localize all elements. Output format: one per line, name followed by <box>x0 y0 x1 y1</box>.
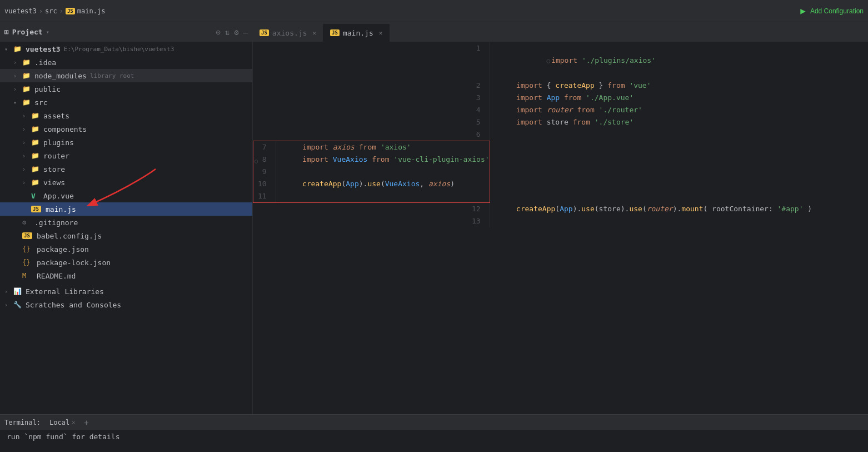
md-icon-readme: M <box>22 272 32 280</box>
scratches-icon: 🔧 <box>13 301 23 309</box>
chevron-public: › <box>13 86 22 92</box>
line-num-2: 2 <box>253 80 490 92</box>
tree-item-external-libs[interactable]: › 📊 External Libraries <box>0 285 252 298</box>
tree-item-mainjs[interactable]: JS main.js <box>0 202 252 216</box>
folder-icon-public: 📁 <box>22 85 32 93</box>
tree-item-appvue[interactable]: V App.vue <box>0 189 252 202</box>
code-line-10: 10 createApp(App).use(VueAxios, axios) <box>253 178 490 190</box>
terminal-tab-local[interactable]: Local ✕ <box>45 418 79 428</box>
tree-item-public[interactable]: › 📁 public <box>0 82 252 96</box>
tree-item-node-modules[interactable]: › 📁 node_modules library root <box>0 69 252 82</box>
tree-item-scratches[interactable]: › 🔧 Scratches and Consoles <box>0 298 252 311</box>
code-line-11: 11 <box>253 190 490 202</box>
run-icon: ▶ <box>800 6 806 16</box>
chevron-down-icon[interactable]: ▾ <box>46 29 49 35</box>
line-num-1: 1 <box>253 42 490 80</box>
code-line-3: 3 import App from './App.vue' <box>253 92 868 104</box>
tab-bar: JS axios.js ✕ JS main.js ✕ <box>253 22 868 42</box>
line-content-12: createApp(App).use(store).use(router).mo… <box>490 203 868 215</box>
label-src: src <box>34 98 47 107</box>
line-content-9 <box>276 166 490 178</box>
label-external-libs: External Libraries <box>26 287 104 296</box>
code-line-1: 1 ○import './plugins/axios' <box>253 42 868 80</box>
label-views: views <box>43 178 65 187</box>
sidebar-title-label: Project <box>12 28 43 36</box>
chevron-readme <box>13 273 22 279</box>
label-scratches: Scratches and Consoles <box>26 301 121 309</box>
chevron-gitignore <box>13 220 22 226</box>
terminal-add-button[interactable]: + <box>84 418 88 427</box>
terminal: Terminal: Local ✕ + run `npm fund` for d… <box>0 414 868 452</box>
breadcrumb-mainjs[interactable]: JS main.js <box>66 7 105 15</box>
label-components: components <box>43 125 87 133</box>
tab-label-main: main.js <box>343 29 373 37</box>
line-num-9: 9 <box>253 166 276 178</box>
terminal-body[interactable]: run `npm fund` for details <box>0 430 868 452</box>
terminal-local-label: Local <box>49 419 69 426</box>
minimize-icon[interactable]: — <box>243 28 248 37</box>
chevron-packagejson <box>13 246 22 252</box>
label-mainjs: main.js <box>46 205 76 213</box>
tab-close-main[interactable]: ✕ <box>379 29 383 37</box>
tree-item-store[interactable]: › 📁 store <box>0 162 252 176</box>
js-icon-mainjs: JS <box>31 206 41 212</box>
tree-item-packagelock[interactable]: {} package-lock.json <box>0 256 252 269</box>
editor-area: JS axios.js ✕ JS main.js ✕ 1 ○import './… <box>253 22 868 414</box>
label-vuetest3: vuetest3 <box>26 45 61 53</box>
expand-icon[interactable]: ⇅ <box>225 28 230 37</box>
chevron-router: › <box>22 153 31 159</box>
line-num-5: 5 <box>253 116 490 128</box>
tree-item-babelconfig[interactable]: JS babel.config.js <box>0 229 252 242</box>
chevron-nodemodules: › <box>13 73 22 79</box>
tree-item-packagejson[interactable]: {} package.json <box>0 242 252 256</box>
vue-icon-appvue: V <box>31 192 41 200</box>
locate-icon[interactable]: ⊙ <box>216 28 220 37</box>
tree-item-router[interactable]: › 📁 router <box>0 149 252 162</box>
main-layout: ⊞ Project ▾ ⊙ ⇅ ⚙ — ▾ 📁 vuetest3 E:\Prog… <box>0 22 868 414</box>
code-line-13: 13 <box>253 215 868 227</box>
tab-main-js[interactable]: JS main.js ✕ <box>323 24 390 42</box>
code-line-4: 4 import router from './router' <box>253 104 868 116</box>
tab-close-axios[interactable]: ✕ <box>312 29 316 37</box>
label-router: router <box>43 152 69 160</box>
chevron-views: › <box>22 180 31 186</box>
tab-axios-js[interactable]: JS axios.js ✕ <box>253 24 323 42</box>
breadcrumb: vuetest3 › src › JS main.js <box>4 7 105 15</box>
code-editor[interactable]: 1 ○import './plugins/axios' 2 import { c… <box>253 42 868 414</box>
breadcrumb-vuetest3[interactable]: vuetest3 <box>4 7 37 15</box>
add-configuration-button[interactable]: Add Configuration <box>810 7 864 15</box>
label-babelconfig: babel.config.js <box>37 232 102 240</box>
breadcrumb-src[interactable]: src <box>45 7 57 15</box>
chevron-scratches: › <box>4 302 13 308</box>
tree-item-assets[interactable]: › 📁 assets <box>0 109 252 122</box>
folder-icon-nodemodules: 📁 <box>22 72 32 80</box>
folder-icon-vuetest3: 📁 <box>13 45 23 53</box>
tree-item-vuetest3[interactable]: ▾ 📁 vuetest3 E:\Program_Data\bishe\vuete… <box>0 42 252 56</box>
chevron-mainjs <box>22 206 31 212</box>
terminal-label: Terminal: <box>4 419 41 426</box>
tree-item-src[interactable]: ▾ 📁 src <box>0 96 252 109</box>
chevron-assets: › <box>22 113 31 119</box>
line-content-3: import App from './App.vue' <box>490 92 868 104</box>
tree-item-components[interactable]: › 📁 components <box>0 122 252 136</box>
settings-icon[interactable]: ⚙ <box>234 28 238 37</box>
terminal-tab-bar: Terminal: Local ✕ + <box>0 415 868 430</box>
tab-label-axios: axios.js <box>272 29 307 37</box>
tree-item-plugins[interactable]: › 📁 plugins <box>0 136 252 149</box>
label-appvue: App.vue <box>43 192 74 200</box>
tree-item-views[interactable]: › 📁 views <box>0 176 252 189</box>
tree-item-gitignore[interactable]: ⚙ .gitignore <box>0 216 252 229</box>
line-content-4: import router from './router' <box>490 104 868 116</box>
label-path: E:\Program_Data\bishe\vuetest3 <box>64 46 174 53</box>
label-plugins: plugins <box>43 138 74 147</box>
folder-icon-assets: 📁 <box>31 112 41 120</box>
label-gitignore: .gitignore <box>34 218 78 227</box>
terminal-output: run `npm fund` for details <box>7 433 120 441</box>
tree-item-idea[interactable]: › 📁 .idea <box>0 56 252 69</box>
tree-item-readme[interactable]: M README.md <box>0 269 252 282</box>
chevron-externals: › <box>4 289 13 295</box>
json-icon-lock: {} <box>22 259 32 266</box>
terminal-close-local[interactable]: ✕ <box>72 419 75 425</box>
chevron-idea: › <box>13 59 22 66</box>
label-assets: assets <box>43 112 69 120</box>
